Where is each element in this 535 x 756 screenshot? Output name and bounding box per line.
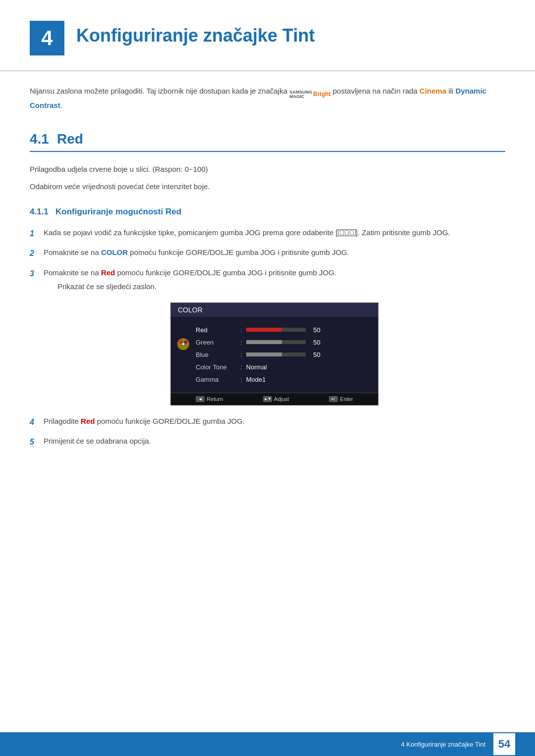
osd-bar-green-container: 50 [246, 339, 321, 346]
osd-label-colortone: Color Tone [196, 363, 240, 371]
osd-body: Red : 50 Gre [171, 317, 378, 393]
step-4-bold: Red [81, 417, 95, 425]
osd-bar-track-green [246, 340, 306, 344]
osd-bar-fill-red [246, 328, 282, 332]
osd-bar-track-blue [246, 353, 306, 356]
osd-value-colortone: Normal [246, 363, 267, 371]
step-3-bold: Red [101, 268, 115, 277]
osd-enter-label: Enter [340, 396, 353, 402]
page-footer: 4 Konfiguriranje značajke Tint 54 [0, 732, 535, 756]
osd-row-blue: Blue : 50 [196, 349, 378, 361]
osd-label-red: Red [196, 326, 240, 334]
kbd-icon [338, 229, 356, 236]
step-5: 5 Primijenit će se odabrana opcija. [30, 435, 505, 449]
osd-label-gamma: Gamma [196, 376, 240, 383]
section-name: Red [57, 131, 83, 147]
step-2-text2: pomoću funkcije GORE/DOLJE gumba JOG i p… [128, 248, 349, 256]
step-2-text1: Pomaknite se na [44, 248, 101, 256]
section-number: 4.1 [30, 131, 49, 147]
osd-bar-track-red [246, 328, 306, 332]
osd-colon-blue: : [240, 351, 242, 358]
osd-adjust-label: Adjust [274, 396, 289, 402]
chapter-header: 4 Konfiguriranje značajke Tint [0, 0, 535, 71]
step-1-text1: Kada se pojavi vodič za funkcijske tipke… [44, 228, 338, 237]
steps-list: 1 Kada se pojavi vodič za funkcijske tip… [30, 227, 505, 293]
intro-text: Nijansu zaslona možete prilagoditi. Taj … [0, 71, 535, 116]
step-2: 2 Pomaknite se na COLOR pomoću funkcije … [30, 247, 505, 260]
section-title: 4.1 Red [30, 131, 505, 152]
return-icon: ◄ [196, 396, 205, 402]
svg-point-2 [184, 341, 187, 344]
step-3: 3 Pomaknite se na Red pomoću funkcije GO… [30, 267, 505, 293]
subsection-411: 4.1.1 Konfiguriranje mogućnosti Red 1 Ka… [30, 207, 505, 449]
step-5-number: 5 [30, 435, 44, 449]
subsection-name: Konfiguriranje mogućnosti Red [55, 207, 181, 216]
osd-row-green: Green : 50 [196, 336, 378, 349]
section-desc1: Prilagodba udjela crvene boje u slici. (… [30, 163, 505, 176]
osd-value-red: 50 [309, 326, 321, 334]
footer-text: 4 Konfiguriranje značajke Tint [401, 741, 485, 748]
step-5-text: Primijenit će se odabrana opcija. [44, 435, 505, 447]
osd-label-blue: Blue [196, 351, 240, 358]
step-4-text1: Prilagodite [44, 417, 81, 425]
step-3-text: Pomaknite se na Red pomoću funkcije GORE… [44, 267, 505, 293]
cinema-label: Cinema [420, 87, 446, 95]
svg-point-4 [182, 343, 184, 345]
intro-text-1: Nijansu zaslona možete prilagoditi. Taj … [30, 87, 289, 95]
samsung-label: SAMSUNGMAGIC [289, 90, 312, 99]
step-2-bold: COLOR [101, 248, 128, 256]
osd-label-green: Green [196, 339, 240, 346]
page-number: 54 [493, 733, 515, 755]
step-4: 4 Prilagodite Red pomoću funkcije GORE/D… [30, 415, 505, 429]
osd-screenshot: COLOR [170, 302, 378, 405]
page-wrapper: 4 Konfiguriranje značajke Tint Nijansu z… [0, 0, 535, 756]
step-2-number: 2 [30, 247, 44, 260]
intro-text-2: postavljena na način rada [331, 87, 420, 95]
osd-footer: ◄ Return ▲▼ Adjust ↵ Enter [171, 393, 378, 405]
steps-list-2: 4 Prilagodite Red pomoću funkcije GORE/D… [30, 415, 505, 449]
step-4-number: 4 [30, 415, 44, 429]
chapter-title: Konfiguriranje značajke Tint [76, 20, 315, 46]
step-3-sub: Prikazat će se sljedeći zaslon. [44, 281, 505, 293]
osd-row-gamma: Gamma : Mode1 [196, 373, 378, 386]
samsung-magic-brand: SAMSUNGMAGICBright [289, 90, 330, 99]
section-41: 4.1 Red Prilagodba udjela crvene boje u … [0, 116, 535, 460]
section-desc2: Odabirom veće vrijednosti povećat ćete i… [30, 180, 505, 193]
osd-row-colortone: Color Tone : Normal [196, 361, 378, 373]
osd-colon-gamma: : [240, 376, 242, 383]
osd-value-gamma: Mode1 [246, 376, 266, 383]
intro-text-4: . [60, 101, 62, 109]
step-1-text2: ]. Zatim pritisnite gumb JOG. [356, 228, 450, 237]
osd-bar-fill-blue [246, 353, 282, 356]
enter-icon: ↵ [329, 396, 338, 402]
osd-value-green: 50 [309, 339, 321, 346]
osd-return-label: Return [207, 396, 223, 402]
step-1-number: 1 [30, 227, 44, 240]
osd-colon-green: : [240, 339, 242, 346]
step-4-text: Prilagodite Red pomoću funkcije GORE/DOL… [44, 415, 505, 427]
osd-icon-area [171, 322, 196, 352]
step-2-text: Pomaknite se na COLOR pomoću funkcije GO… [44, 247, 505, 258]
osd-menu: Red : 50 Gre [196, 322, 378, 388]
osd-bar-blue-container: 50 [246, 351, 321, 358]
osd-btn-adjust: ▲▼ Adjust [263, 396, 289, 402]
osd-row-red: Red : 50 [196, 324, 378, 336]
subsection-number: 4.1.1 [30, 207, 49, 216]
intro-text-3: ili [446, 87, 455, 95]
step-4-text2: pomoću funkcije GORE/DOLJE gumba JOG. [95, 417, 245, 425]
svg-point-3 [182, 345, 185, 348]
color-palette-icon [176, 337, 191, 352]
osd-btn-enter: ↵ Enter [329, 396, 353, 402]
osd-bar-red-container: 50 [246, 326, 321, 334]
osd-bar-fill-green [246, 340, 282, 344]
step-3-text1: Pomaknite se na [44, 268, 101, 277]
chapter-number: 4 [30, 21, 64, 55]
step-3-text2: pomoću funkcije GORE/DOLJE gumba JOG i p… [115, 268, 336, 277]
adjust-icon: ▲▼ [263, 396, 272, 402]
osd-value-blue: 50 [309, 351, 321, 358]
step-1-text: Kada se pojavi vodič za funkcijske tipke… [44, 227, 505, 239]
osd-title: COLOR [171, 303, 378, 317]
step-5-text1: Primijenit će se odabrana opcija. [44, 437, 151, 445]
svg-point-1 [179, 341, 182, 344]
bright-label: Bright [313, 90, 330, 99]
